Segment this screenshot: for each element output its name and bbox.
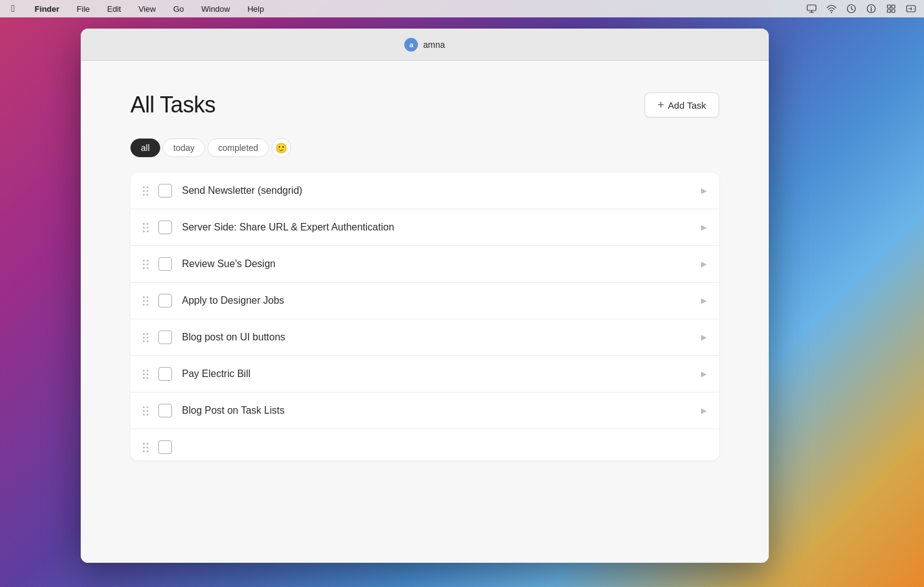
task-checkbox-7[interactable] (158, 404, 172, 417)
title-bar: a amna (81, 29, 769, 61)
grid-icon[interactable] (886, 3, 897, 14)
task-checkbox-6[interactable] (158, 367, 172, 381)
drag-handle-1[interactable] (143, 186, 148, 196)
time-machine-icon[interactable] (846, 3, 857, 14)
task-detail-arrow-5[interactable]: ▶ (701, 333, 707, 342)
task-checkbox-8[interactable] (158, 440, 172, 454)
title-bar-content: a amna (404, 38, 445, 52)
task-label-3: Review Sue's Design (182, 258, 691, 270)
task-item: Server Side: Share URL & Expert Authenti… (130, 209, 719, 246)
drag-handle-4[interactable] (143, 296, 148, 306)
task-label-7: Blog Post on Task Lists (182, 405, 691, 416)
menubar-right-icons (806, 3, 917, 14)
drag-handle-3[interactable] (143, 260, 148, 269)
task-checkbox-3[interactable] (158, 257, 172, 271)
svg-rect-0 (807, 5, 816, 11)
task-item: Blog Post on Task Lists ▶ (130, 393, 719, 429)
task-label-1: Send Newsletter (sendgrid) (182, 185, 691, 196)
task-detail-arrow-7[interactable]: ▶ (701, 406, 707, 415)
task-item-partial (130, 429, 719, 460)
menubar-file[interactable]: File (73, 3, 94, 15)
wifi-icon[interactable] (826, 3, 837, 14)
app-window: a amna All Tasks + Add Task all today co… (81, 29, 769, 563)
task-item: Blog post on UI buttons ▶ (130, 319, 719, 356)
task-detail-arrow-1[interactable]: ▶ (701, 186, 707, 195)
filter-tab-all[interactable]: all (130, 139, 160, 157)
drag-handle[interactable] (143, 443, 148, 452)
drag-handle-6[interactable] (143, 370, 148, 379)
svg-rect-4 (887, 5, 890, 8)
svg-rect-7 (892, 9, 895, 12)
task-detail-arrow-6[interactable]: ▶ (701, 370, 707, 378)
svg-rect-6 (887, 9, 890, 12)
filter-tab-today[interactable]: today (163, 139, 205, 157)
task-item: Review Sue's Design ▶ (130, 246, 719, 283)
control-center-icon[interactable] (905, 3, 917, 14)
filter-tab-completed[interactable]: completed (207, 139, 269, 157)
task-label-2: Server Side: Share URL & Expert Authenti… (182, 222, 691, 233)
apple-menu-icon[interactable]:  (7, 2, 19, 16)
task-checkbox-1[interactable] (158, 184, 172, 198)
menubar-help[interactable]: Help (243, 3, 268, 15)
menubar-view[interactable]: View (135, 3, 160, 15)
menubar-window[interactable]: Window (197, 3, 233, 15)
task-detail-arrow-4[interactable]: ▶ (701, 296, 707, 305)
menubar-finder[interactable]: Finder (31, 3, 63, 15)
drag-handle-7[interactable] (143, 406, 148, 416)
task-label-6: Pay Electric Bill (182, 368, 691, 380)
task-label-4: Apply to Designer Jobs (182, 295, 691, 306)
app-title: amna (423, 40, 445, 50)
svg-point-1 (831, 12, 832, 13)
monitor-icon[interactable] (806, 3, 817, 14)
menubar-edit[interactable]: Edit (104, 3, 125, 15)
add-task-label: Add Task (668, 100, 706, 111)
task-item: Pay Electric Bill ▶ (130, 356, 719, 393)
app-avatar: a (404, 38, 418, 52)
page-title: All Tasks (130, 92, 215, 118)
emoji-filter-button[interactable]: 🙂 (271, 138, 291, 158)
task-checkbox-5[interactable] (158, 330, 172, 344)
plus-icon: + (658, 99, 664, 111)
task-list: Send Newsletter (sendgrid) ▶ Server Side… (130, 173, 719, 460)
menubar:  Finder File Edit View Go Window Help (0, 0, 924, 17)
task-checkbox-4[interactable] (158, 294, 172, 307)
task-item: Send Newsletter (sendgrid) ▶ (130, 173, 719, 209)
header-row: All Tasks + Add Task (130, 92, 719, 118)
drag-handle-5[interactable] (143, 333, 148, 342)
filter-tabs: all today completed 🙂 (130, 138, 719, 158)
task-detail-arrow-3[interactable]: ▶ (701, 260, 707, 268)
menubar-go[interactable]: Go (170, 3, 188, 15)
main-content: All Tasks + Add Task all today completed… (81, 61, 769, 563)
task-item: Apply to Designer Jobs ▶ (130, 283, 719, 319)
task-label-5: Blog post on UI buttons (182, 332, 691, 343)
drag-handle-2[interactable] (143, 223, 148, 232)
add-task-button[interactable]: + Add Task (645, 93, 719, 117)
info-icon[interactable] (866, 3, 877, 14)
task-detail-arrow-2[interactable]: ▶ (701, 223, 707, 232)
task-checkbox-2[interactable] (158, 221, 172, 234)
svg-rect-5 (892, 5, 895, 8)
